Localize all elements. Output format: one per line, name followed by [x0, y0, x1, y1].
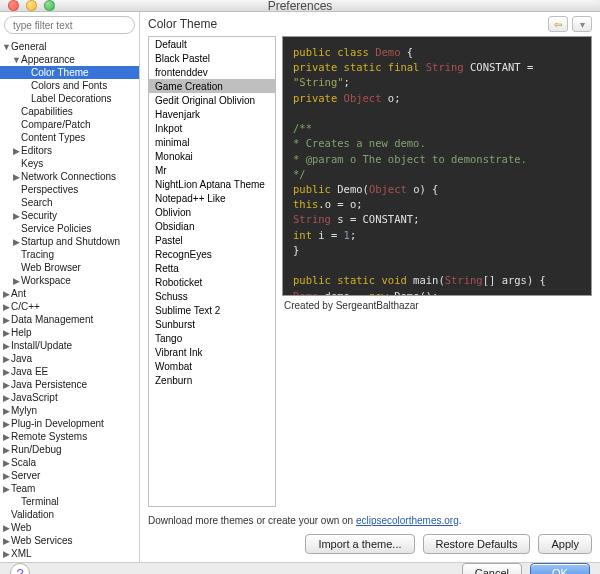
help-icon[interactable]: ? [10, 563, 30, 574]
disclosure-closed-icon[interactable]: ▶ [2, 523, 11, 533]
tree-node[interactable]: ▶XML [0, 547, 139, 560]
theme-item[interactable]: Notepad++ Like [149, 191, 275, 205]
disclosure-closed-icon[interactable]: ▶ [2, 471, 11, 481]
disclosure-closed-icon[interactable]: ▶ [2, 367, 11, 377]
tree-node[interactable]: ▶Help [0, 326, 139, 339]
tree-node[interactable]: Label Decorations [0, 92, 139, 105]
disclosure-closed-icon[interactable]: ▶ [2, 549, 11, 559]
tree-node[interactable]: Terminal [0, 495, 139, 508]
disclosure-open-icon[interactable]: ▼ [12, 55, 21, 65]
theme-item[interactable]: Black Pastel [149, 51, 275, 65]
tree-node[interactable]: ▶Plug-in Development [0, 417, 139, 430]
tree-node[interactable]: ▶Security [0, 209, 139, 222]
theme-item[interactable]: Zenburn [149, 373, 275, 387]
theme-item[interactable]: Pastel [149, 233, 275, 247]
tree-node[interactable]: Color Theme [0, 66, 139, 79]
theme-item[interactable]: Retta [149, 261, 275, 275]
theme-item[interactable]: Game Creation [149, 79, 275, 93]
theme-item[interactable]: NightLion Aptana Theme [149, 177, 275, 191]
tree-node[interactable]: Validation [0, 508, 139, 521]
theme-item[interactable]: frontenddev [149, 65, 275, 79]
theme-item[interactable]: Default [149, 37, 275, 51]
disclosure-closed-icon[interactable]: ▶ [2, 289, 11, 299]
tree-node[interactable]: Service Policies [0, 222, 139, 235]
tree-node[interactable]: ▼Appearance [0, 53, 139, 66]
disclosure-open-icon[interactable]: ▼ [2, 42, 11, 52]
tree-node[interactable]: ▶Editors [0, 144, 139, 157]
theme-item[interactable]: Mr [149, 163, 275, 177]
disclosure-closed-icon[interactable]: ▶ [2, 445, 11, 455]
tree-node[interactable]: ▶Server [0, 469, 139, 482]
disclosure-closed-icon[interactable]: ▶ [2, 315, 11, 325]
disclosure-closed-icon[interactable]: ▶ [2, 419, 11, 429]
theme-item[interactable]: Gedit Original Oblivion [149, 93, 275, 107]
disclosure-closed-icon[interactable]: ▶ [2, 328, 11, 338]
disclosure-closed-icon[interactable]: ▶ [12, 146, 21, 156]
tree-node[interactable]: ▶Java [0, 352, 139, 365]
theme-item[interactable]: Oblivion [149, 205, 275, 219]
preferences-tree[interactable]: ▼General▼AppearanceColor ThemeColors and… [0, 38, 139, 562]
tree-node[interactable]: Web Browser [0, 261, 139, 274]
tree-node[interactable]: ▶Web [0, 521, 139, 534]
restore-defaults-button[interactable]: Restore Defaults [423, 534, 531, 554]
tree-node[interactable]: ▶Web Services [0, 534, 139, 547]
tree-node[interactable]: ▶Ant [0, 287, 139, 300]
tree-node[interactable]: Tracing [0, 248, 139, 261]
tree-node[interactable]: Perspectives [0, 183, 139, 196]
disclosure-closed-icon[interactable]: ▶ [2, 380, 11, 390]
tree-node[interactable]: ▶Workspace [0, 274, 139, 287]
disclosure-closed-icon[interactable]: ▶ [2, 536, 11, 546]
tree-node[interactable]: ▶C/C++ [0, 300, 139, 313]
tree-node[interactable]: ▶Run/Debug [0, 443, 139, 456]
tree-node[interactable]: ▶Scala [0, 456, 139, 469]
tree-node[interactable]: ▶Team [0, 482, 139, 495]
filter-input[interactable] [4, 16, 135, 34]
theme-item[interactable]: Obsidian [149, 219, 275, 233]
theme-item[interactable]: Roboticket [149, 275, 275, 289]
tree-node[interactable]: Compare/Patch [0, 118, 139, 131]
theme-list[interactable]: DefaultBlack PastelfrontenddevGame Creat… [148, 36, 276, 507]
tree-node[interactable]: Capabilities [0, 105, 139, 118]
theme-item[interactable]: Wombat [149, 359, 275, 373]
forward-button[interactable]: ▾ [572, 16, 592, 32]
disclosure-closed-icon[interactable]: ▶ [2, 302, 11, 312]
disclosure-closed-icon[interactable]: ▶ [12, 172, 21, 182]
download-link[interactable]: eclipsecolorthemes.org [356, 515, 459, 526]
tree-node[interactable]: ▶Startup and Shutdown [0, 235, 139, 248]
theme-item[interactable]: RecognEyes [149, 247, 275, 261]
theme-item[interactable]: Sunburst [149, 317, 275, 331]
tree-node[interactable]: ▶Java Persistence [0, 378, 139, 391]
apply-button[interactable]: Apply [538, 534, 592, 554]
import-theme-button[interactable]: Import a theme... [305, 534, 414, 554]
tree-node[interactable]: ▶JavaScript [0, 391, 139, 404]
disclosure-closed-icon[interactable]: ▶ [2, 484, 11, 494]
disclosure-closed-icon[interactable]: ▶ [2, 354, 11, 364]
disclosure-closed-icon[interactable]: ▶ [12, 237, 21, 247]
tree-node[interactable]: Colors and Fonts [0, 79, 139, 92]
tree-node[interactable]: Search [0, 196, 139, 209]
disclosure-closed-icon[interactable]: ▶ [2, 432, 11, 442]
ok-button[interactable]: OK [530, 563, 590, 574]
tree-node[interactable]: Keys [0, 157, 139, 170]
tree-node[interactable]: ▶Mylyn [0, 404, 139, 417]
theme-item[interactable]: Tango [149, 331, 275, 345]
theme-item[interactable]: Schuss [149, 289, 275, 303]
theme-item[interactable]: Havenjark [149, 107, 275, 121]
disclosure-closed-icon[interactable]: ▶ [2, 393, 11, 403]
tree-node[interactable]: Content Types [0, 131, 139, 144]
disclosure-closed-icon[interactable]: ▶ [12, 211, 21, 221]
disclosure-closed-icon[interactable]: ▶ [2, 406, 11, 416]
theme-item[interactable]: Monokai [149, 149, 275, 163]
tree-node[interactable]: ▶Install/Update [0, 339, 139, 352]
cancel-button[interactable]: Cancel [462, 563, 522, 574]
tree-node[interactable]: ▼General [0, 40, 139, 53]
back-button[interactable]: ⇦ [548, 16, 568, 32]
theme-item[interactable]: Vibrant Ink [149, 345, 275, 359]
tree-node[interactable]: ▶Data Management [0, 313, 139, 326]
tree-node[interactable]: ▶Network Connections [0, 170, 139, 183]
theme-item[interactable]: Sublime Text 2 [149, 303, 275, 317]
disclosure-closed-icon[interactable]: ▶ [12, 276, 21, 286]
tree-node[interactable]: ▶Remote Systems [0, 430, 139, 443]
tree-node[interactable]: ▶Java EE [0, 365, 139, 378]
disclosure-closed-icon[interactable]: ▶ [2, 341, 11, 351]
